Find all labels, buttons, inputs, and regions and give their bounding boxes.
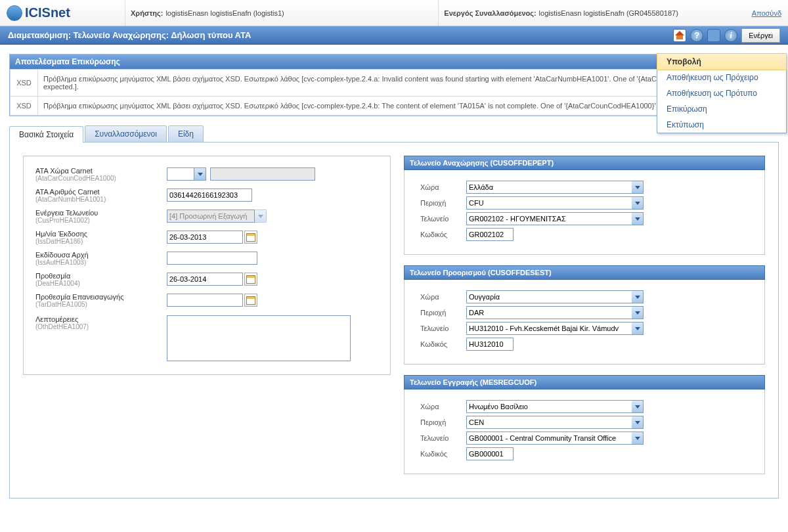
reg-office-select[interactable]	[466, 432, 632, 445]
globe-icon	[7, 5, 22, 21]
chevron-down-icon[interactable]	[632, 416, 644, 429]
menu-save-template[interactable]: Αποθήκευση ως Πρότυπο	[657, 85, 786, 101]
label-ata-number: ΑΤΑ Αριθμός Carnet	[35, 188, 100, 196]
chevron-down-icon[interactable]	[632, 181, 644, 194]
dep-country-select[interactable]	[466, 181, 632, 194]
destination-office-section: Τελωνείο Προορισμού (CUSOFFDESEST) Χώρα …	[404, 265, 765, 365]
actions-menu: Υποβολή Αποθήκευση ως Πρόχειρο Αποθήκευσ…	[657, 53, 787, 133]
departure-office-section: Τελωνείο Αναχώρησης (CUSOFFDEPEPT) Χώρα …	[404, 156, 765, 255]
logo-text: ICISnet	[25, 5, 70, 20]
chevron-down-icon[interactable]	[632, 212, 644, 225]
label-ata-country: ΑΤΑ Χώρα Carnet	[35, 167, 93, 175]
section-title: Τελωνείο Αναχώρησης (CUSOFFDEPEPT)	[404, 156, 765, 170]
menu-validate[interactable]: Επικύρωση	[657, 101, 786, 117]
user-info: Χρήστης: logistisEnasn logistisEnafn (lo…	[125, 0, 438, 26]
reg-country-select[interactable]	[466, 400, 632, 413]
validation-code: XSD	[11, 97, 38, 116]
tab-traders[interactable]: Συναλλασσόμενοι	[85, 125, 167, 142]
issuing-auth-input[interactable]	[167, 252, 257, 265]
active-value: logistisEnasn logistisEnafn (GR045580187…	[539, 9, 678, 17]
ata-country-name	[210, 167, 315, 181]
chevron-down-icon[interactable]	[632, 306, 644, 319]
reg-region-select[interactable]	[466, 416, 632, 429]
registration-office-section: Τελωνείο Εγγραφής (MESREGCUOF) Χώρα Περι…	[404, 375, 765, 474]
ata-country-input[interactable]	[167, 167, 194, 181]
label-deadline: Προθεσμία	[35, 272, 70, 280]
active-label: Ενεργός Συναλλασόμενος:	[444, 9, 536, 17]
user-value: logistisEnasn logistisEnafn (logistis1)	[165, 9, 284, 17]
user-label: Χρήστης:	[131, 9, 163, 17]
chevron-down-icon[interactable]	[632, 432, 644, 445]
details-textarea[interactable]	[167, 315, 351, 361]
label-issue-date: Ημ/νία Έκδοσης	[35, 230, 87, 238]
basic-form: ΑΤΑ Χώρα Carnet(AtaCarCounCodHEA1000) ΑΤ…	[23, 156, 391, 375]
dest-code-input[interactable]	[466, 338, 514, 351]
calendar-icon[interactable]	[244, 294, 257, 307]
active-trader: Ενεργός Συναλλασόμενος: logistisEnasn lo…	[438, 0, 751, 26]
actions-button[interactable]: Ενέργει	[741, 28, 780, 43]
app-logo: ICISnet	[7, 5, 125, 21]
menu-submit[interactable]: Υποβολή	[657, 53, 787, 70]
calendar-icon[interactable]	[244, 273, 257, 286]
help-icon[interactable]: ?	[690, 29, 703, 42]
page-title: Διαμετακόμιση: Τελωνείο Αναχώρησης: Δήλω…	[8, 30, 251, 40]
dep-office-select[interactable]	[466, 212, 632, 225]
dest-region-select[interactable]	[466, 306, 632, 319]
dest-office-select[interactable]	[466, 322, 632, 335]
chevron-down-icon[interactable]	[194, 167, 206, 181]
tab-items[interactable]: Είδη	[168, 125, 204, 142]
customs-proc-select	[167, 210, 255, 223]
label-reimport-deadline: Προθεσμία Επανεισαγωγής	[35, 293, 123, 301]
label-issuing-auth: Εκδίδουσα Αρχή	[35, 251, 89, 259]
home-icon[interactable]	[673, 29, 686, 42]
reg-code-input[interactable]	[466, 447, 514, 460]
chevron-down-icon[interactable]	[632, 196, 644, 210]
chevron-down-icon[interactable]	[632, 322, 644, 335]
calendar-icon[interactable]	[244, 231, 257, 244]
logout-link[interactable]: Αποσύνδ	[752, 9, 781, 17]
section-title: Τελωνείο Εγγραφής (MESREGCUOF)	[404, 375, 765, 389]
deadline-input[interactable]	[167, 273, 243, 286]
window-icon[interactable]	[707, 29, 720, 42]
dep-code-input[interactable]	[466, 228, 514, 241]
menu-print[interactable]: Εκτύπωση	[657, 117, 786, 133]
issue-date-input[interactable]	[167, 231, 243, 244]
chevron-down-icon[interactable]	[632, 290, 644, 303]
dest-country-select[interactable]	[466, 290, 632, 303]
section-title: Τελωνείο Προορισμού (CUSOFFDESEST)	[404, 265, 765, 280]
ata-number-input[interactable]	[167, 188, 252, 202]
tab-basic[interactable]: Βασικά Στοιχεία	[9, 126, 83, 143]
reimport-deadline-input[interactable]	[167, 294, 243, 307]
info-icon[interactable]: i	[724, 29, 737, 42]
menu-save-draft[interactable]: Αποθήκευση ως Πρόχειρο	[657, 70, 786, 85]
chevron-down-icon	[255, 210, 267, 223]
dep-region-select[interactable]	[466, 196, 632, 210]
validation-code: XSD	[11, 70, 38, 97]
label-details: Λεπτομέρειες	[35, 315, 78, 323]
label-customs-proc: Ενέργεια Τελωνείου	[35, 209, 98, 217]
chevron-down-icon[interactable]	[632, 400, 644, 413]
